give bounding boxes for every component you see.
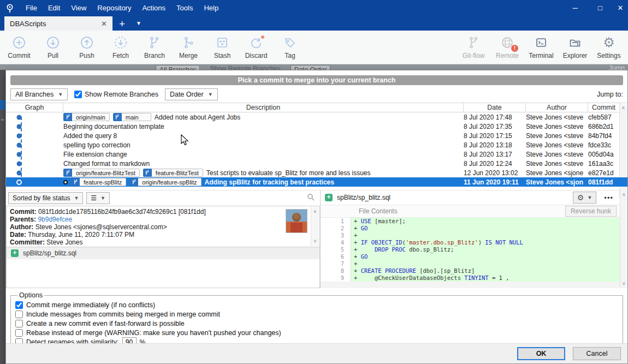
option-include-messages[interactable]: Include messages from commits being merg… — [15, 309, 618, 319]
column-graph[interactable]: Graph — [6, 103, 63, 112]
checkbox-input[interactable] — [15, 329, 23, 337]
sourcetree-window: File Edit View Repository Actions Tools … — [0, 0, 628, 364]
detail-committer: Committer: Steve Jones — [10, 238, 316, 246]
tab-close-icon[interactable]: ✕ — [101, 20, 107, 28]
dimmed-background-strip: All Branches Show Remote Branches Date O… — [0, 64, 628, 70]
commit-table-header: Graph Description Date Author Commit — [6, 103, 627, 112]
commit-row[interactable]: Beginning documentation template 8 Jul 2… — [6, 122, 627, 131]
code-line: 8+ CREATE PROCEDURE [dbo].[sp_Blitz] — [321, 267, 620, 275]
show-remote-checkbox-input[interactable] — [74, 91, 82, 98]
commit-description: spelling typo correction — [63, 141, 131, 149]
menu-edit[interactable]: Edit — [43, 0, 66, 16]
gitflow-icon — [466, 35, 481, 50]
commit-row[interactable]: File extension change 8 Jul 2020 13:17 S… — [6, 150, 627, 159]
commit-row[interactable]: Changed format to markdown 8 Jul 2020 12… — [6, 159, 627, 168]
scroll-down-icon[interactable]: ˅ — [313, 237, 316, 245]
option-rebase-instead[interactable]: Rebase instead of merge (WARNING: make s… — [15, 328, 618, 337]
commit-button[interactable]: Commit — [2, 35, 36, 59]
option-new-commit-fast-forward[interactable]: Create a new commit even if fast-forward… — [15, 319, 618, 328]
menu-actions[interactable]: Actions — [137, 0, 171, 16]
terminal-button[interactable]: Terminal — [524, 35, 558, 59]
reverse-hunk-button[interactable]: Reverse hunk — [565, 206, 617, 217]
diff-header: + spBlitz/sp_blitz.sql ⚙ ▼ ••• — [321, 190, 627, 205]
changed-files-list: + spBlitz/sp_blitz.sql — [6, 247, 320, 288]
commit-author: Steve Jones <steve — [526, 150, 588, 159]
push-button[interactable]: Push — [70, 35, 104, 59]
new-tab-button[interactable]: + — [112, 17, 132, 31]
gitflow-button[interactable]: Git-flow — [457, 35, 490, 59]
commit-row[interactable]: Added the query 8 8 Jul 2020 17:15 Steve… — [6, 131, 627, 140]
branches-filter-dropdown[interactable]: All Branches ▼ — [10, 88, 68, 100]
settings-button[interactable]: ⚙ Settings — [592, 35, 626, 59]
order-dropdown[interactable]: Date Order ▼ — [165, 88, 218, 100]
checkbox-input[interactable] — [15, 311, 23, 318]
diff-settings-button[interactable]: ⚙ ▼ — [573, 192, 596, 204]
commit-row[interactable]: origin/main main Added note about Agent … — [6, 112, 627, 122]
pull-icon — [46, 35, 60, 50]
close-icon[interactable]: ✕ — [613, 0, 628, 16]
show-remote-branches-checkbox[interactable]: Show Remote Branches — [74, 91, 158, 98]
pull-button[interactable]: Pull — [36, 35, 70, 59]
code-line: 1+ USE [master]; — [321, 218, 620, 225]
commit-author: Steve Jones <steve — [526, 122, 588, 131]
parent-commit-link[interactable]: 9b9d9efcee — [38, 216, 72, 223]
graph-node — [17, 142, 22, 147]
commit-row[interactable]: spelling typo correction 8 Jul 2020 13:1… — [6, 140, 627, 150]
scroll-up-icon[interactable]: ˄ — [623, 192, 625, 198]
cancel-button[interactable]: Cancel — [573, 347, 621, 360]
scroll-up-icon[interactable]: ˄ — [622, 105, 625, 111]
minimize-icon[interactable]: ─ — [562, 0, 588, 16]
checkbox-input[interactable] — [15, 301, 23, 309]
background-sidebar-mark — [1, 119, 4, 121]
scroll-up-icon[interactable]: ˄ — [313, 208, 316, 216]
column-author[interactable]: Author — [526, 103, 588, 112]
filter-bar: All Branches ▼ Show Remote Branches Date… — [6, 86, 627, 103]
branch-button[interactable]: Branch — [138, 35, 171, 59]
view-options-button[interactable]: ☰ ▼ — [86, 192, 110, 204]
commit-description: Added note about Agent Jobs — [155, 114, 240, 121]
tag-button[interactable]: Tag — [273, 35, 307, 59]
diff-scrollbar[interactable]: ˄ ˅ — [620, 190, 627, 288]
scroll-down-icon[interactable]: ˅ — [623, 281, 625, 287]
commit-sha: 005d04a — [588, 150, 620, 159]
file-contents-bar: File Contents Reverse hunk — [321, 205, 627, 218]
code-line: 7+ — [321, 260, 620, 267]
column-description[interactable]: Description — [63, 103, 464, 112]
more-options-icon[interactable]: ••• — [601, 194, 617, 202]
option-commit-immediately[interactable]: Commit merge immediately (if no conflict… — [15, 300, 618, 309]
column-commit[interactable]: Commit — [588, 103, 620, 112]
menu-file[interactable]: File — [20, 0, 43, 16]
branch-icon — [63, 113, 72, 121]
tab-dbascripts[interactable]: DBAScripts ✕ — [4, 16, 112, 31]
checkbox-input[interactable] — [15, 320, 23, 327]
commit-description: File extension change — [63, 151, 127, 158]
remote-button[interactable]: ! Remote — [490, 35, 524, 59]
commit-date: 12 Jun 2020 13:02 — [464, 168, 526, 177]
menu-help[interactable]: Help — [198, 0, 224, 16]
commit-row[interactable]: origin/feature-BlitzTest feature-BlitzTe… — [6, 168, 627, 177]
menu-tools[interactable]: Tools — [171, 0, 198, 16]
tab-dropdown-icon[interactable]: ▼ — [132, 16, 146, 31]
column-date[interactable]: Date — [464, 103, 526, 112]
stash-button[interactable]: Stash — [205, 35, 239, 59]
ok-button[interactable]: OK — [517, 347, 565, 360]
explorer-button[interactable]: Explorer — [558, 35, 592, 59]
search-icon[interactable] — [307, 193, 315, 203]
options-group: Options Commit merge immediately (if no … — [10, 291, 623, 350]
menu-repository[interactable]: Repository — [92, 0, 137, 16]
details-scrollbar[interactable]: ˄ ˅ — [311, 207, 319, 246]
merge-button[interactable]: Merge — [171, 35, 205, 59]
commit-date: 8 Jul 2020 13:17 — [464, 150, 526, 159]
code-line: 9+ @CheckUserDatabaseObjects TINYINT = 1… — [321, 275, 620, 282]
commit-row-selected[interactable]: feature-spBlitz origin/feature-spBlitz A… — [6, 177, 627, 187]
menu-view[interactable]: View — [66, 0, 92, 16]
detail-commit: Commit: 081f1ddc1de1785116b24fb9ae6c3d74… — [10, 208, 316, 216]
options-legend: Options — [17, 291, 44, 299]
branch-icon — [129, 178, 138, 186]
sort-dropdown[interactable]: Sorted by file status ▼ — [8, 192, 83, 204]
background-sidebar-item — [0, 100, 5, 110]
discard-button[interactable]: Discard — [239, 35, 273, 59]
fetch-button[interactable]: Fetch — [104, 35, 138, 59]
file-row[interactable]: + spBlitz/sp_blitz.sql — [7, 247, 319, 259]
maximize-icon[interactable]: □ — [588, 0, 613, 16]
